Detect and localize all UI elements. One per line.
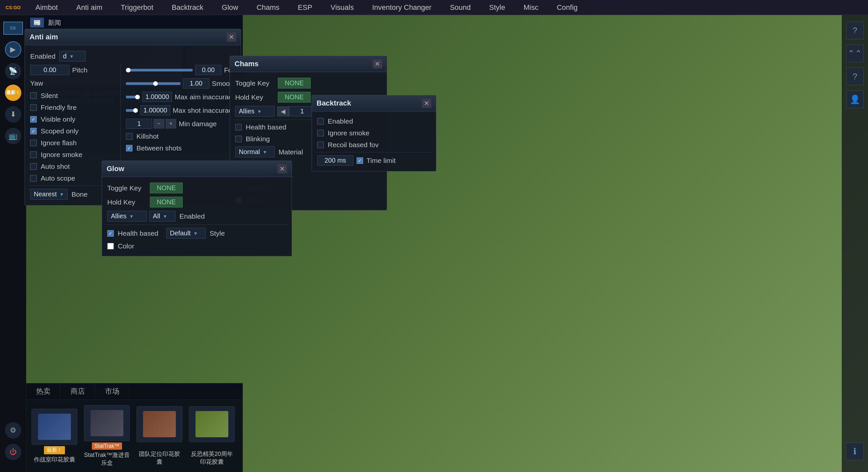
sidebar-radio-btn[interactable]: 📡 [5, 63, 21, 79]
min-damage-input[interactable] [126, 119, 152, 129]
backtrack-recoil-fov-checkbox[interactable] [317, 142, 324, 148]
backtrack-ignore-smoke-checkbox[interactable] [317, 130, 324, 136]
chams-health-checkbox[interactable] [235, 124, 242, 130]
chams-hold-key-btn[interactable]: NONE [278, 92, 311, 103]
backtrack-enabled-checkbox[interactable] [317, 118, 324, 125]
chams-allies-dropdown[interactable]: Allies ▼ [235, 106, 275, 117]
menu-esp[interactable]: ESP [289, 0, 321, 15]
anti-aim-header[interactable]: Anti aim ✕ [25, 29, 241, 45]
glow-color-checkbox[interactable] [107, 243, 114, 249]
menu-chams[interactable]: Chams [247, 0, 289, 15]
store-item-4[interactable]: 反恐精英20周年印花胶囊 [189, 406, 235, 466]
menu-misc[interactable]: Misc [515, 0, 548, 15]
sidebar-tv-btn[interactable]: 📺 [5, 128, 21, 144]
info-btn[interactable]: ℹ [846, 442, 864, 460]
store-item-3[interactable]: 团队定位印花胶囊 [136, 406, 182, 466]
chams-prev-btn[interactable]: ◀ [277, 106, 289, 116]
max-shot-row: 1.00000 Max shot inaccuracy [125, 104, 237, 117]
chams-close[interactable]: ✕ [373, 59, 382, 68]
menu-triggerbot[interactable]: Triggerbot [112, 0, 162, 15]
auto-scope-label: Auto scope [41, 174, 75, 182]
store-tab-hot[interactable]: 热卖 [26, 383, 61, 400]
chams-header[interactable]: Chams ✕ [230, 56, 387, 72]
sidebar-play-btn[interactable]: ▶ [5, 41, 21, 58]
backtrack-header[interactable]: Backtrack ✕ [312, 95, 436, 111]
menu-aimbot[interactable]: Aimbot [26, 0, 67, 15]
anti-aim-close[interactable]: ✕ [227, 32, 236, 42]
visible-only-checkbox[interactable] [30, 116, 37, 123]
sidebar-new-btn[interactable]: 最新！ [5, 85, 21, 101]
store-item-1[interactable]: 最新！ 作战室印花胶囊 [31, 409, 78, 464]
silent-checkbox[interactable] [30, 93, 37, 99]
fov-thumb[interactable] [126, 68, 130, 72]
ignore-smoke-label: Ignore smoke [41, 151, 82, 159]
max-shot-slider[interactable] [126, 109, 138, 112]
visible-only-label: Visible only [41, 115, 75, 123]
glow-toggle-key-btn[interactable]: NONE [150, 182, 183, 193]
smooth-slider[interactable] [126, 82, 180, 85]
rank-btn[interactable]: ⌃⌃ [846, 44, 864, 62]
chams-toggle-key-row: Toggle Key NONE [234, 76, 383, 90]
nearest-dropdown[interactable]: Nearest ▼ [30, 189, 68, 200]
killshot-checkbox[interactable] [126, 133, 132, 140]
news-title: 新闻 [48, 19, 61, 27]
scoped-only-checkbox[interactable] [30, 128, 37, 134]
min-damage-minus[interactable]: − [154, 119, 164, 129]
backtrack-recoil-fov-row: Recoil based fov [316, 139, 432, 151]
menu-sound[interactable]: Sound [440, 0, 480, 15]
max-aim-slider[interactable] [126, 96, 140, 98]
min-damage-plus[interactable]: + [166, 119, 177, 129]
menu-style[interactable]: Style [480, 0, 515, 15]
sidebar-settings-btn[interactable]: ⚙ [5, 422, 21, 439]
glow-allies-dropdown[interactable]: Allies ▼ [107, 211, 147, 222]
ignore-smoke-checkbox[interactable] [30, 151, 37, 158]
news-header: 📰 新闻 [26, 15, 243, 31]
smooth-thumb[interactable] [153, 81, 158, 86]
store-tab-shop[interactable]: 商店 [61, 383, 95, 400]
ignore-flash-checkbox[interactable] [30, 140, 37, 146]
chams-toggle-key-btn[interactable]: NONE [278, 78, 311, 89]
store-scroll-right[interactable]: › [242, 429, 243, 443]
rank2-btn[interactable]: ? [846, 68, 864, 85]
glow-body: Toggle Key NONE Hold Key NONE Allies ▼ A… [102, 177, 291, 256]
max-shot-label: Max shot inaccuracy [173, 106, 236, 114]
chams-blinking-checkbox[interactable] [235, 136, 242, 142]
enabled-dropdown[interactable]: d ▼ [59, 51, 86, 62]
new-badge-1: 最新！ [44, 446, 65, 454]
glow-all-dropdown[interactable]: All ▼ [149, 211, 176, 222]
between-shots-checkbox[interactable] [126, 145, 132, 151]
glow-header[interactable]: Glow ✕ [102, 161, 291, 177]
chams-material-dropdown[interactable]: Normal ▼ [235, 146, 275, 157]
glow-style-dropdown[interactable]: Default ▼ [166, 228, 206, 239]
auto-shot-checkbox[interactable] [30, 163, 37, 170]
auto-scope-checkbox[interactable] [30, 175, 37, 181]
menu-inventory[interactable]: Inventory Changer [363, 0, 440, 15]
glow-hold-key-btn[interactable]: NONE [150, 197, 183, 207]
chams-number: 1 [289, 106, 315, 116]
friendly-fire-label: Friendly fire [41, 104, 77, 111]
menu-visuals[interactable]: Visuals [321, 0, 363, 15]
menu-glow[interactable]: Glow [213, 0, 247, 15]
store-item-2[interactable]: StatTrak™ StatTrak™激进音乐盒 [84, 405, 130, 467]
pitch-label: Pitch [72, 66, 88, 74]
menu-anti-aim[interactable]: Anti aim [67, 0, 111, 15]
glow-close[interactable]: ✕ [278, 164, 287, 173]
glow-health-checkbox[interactable] [107, 230, 114, 237]
menu-config[interactable]: Config [548, 0, 587, 15]
sidebar-power-btn[interactable]: ⏻ [5, 444, 21, 460]
menu-backtrack[interactable]: Backtrack [162, 0, 213, 15]
friendly-fire-checkbox[interactable] [30, 104, 37, 111]
glow-health-label: Health based [118, 230, 158, 237]
profile-btn[interactable]: 👤 [846, 91, 864, 108]
store-tab-market[interactable]: 市场 [95, 383, 130, 400]
backtrack-time-limit-checkbox[interactable] [356, 157, 363, 164]
max-shot-thumb[interactable] [133, 108, 138, 113]
backtrack-close[interactable]: ✕ [422, 99, 431, 108]
enabled-label: Enabled [30, 53, 56, 60]
fov-slider[interactable] [126, 69, 192, 71]
pitch-value[interactable]: 0.00 [30, 65, 69, 75]
sidebar-download-btn[interactable]: ⬇ [5, 106, 21, 123]
max-aim-thumb[interactable] [135, 95, 140, 99]
help-btn[interactable]: ? [846, 22, 864, 39]
enabled-row: Enabled d ▼ [29, 49, 237, 63]
